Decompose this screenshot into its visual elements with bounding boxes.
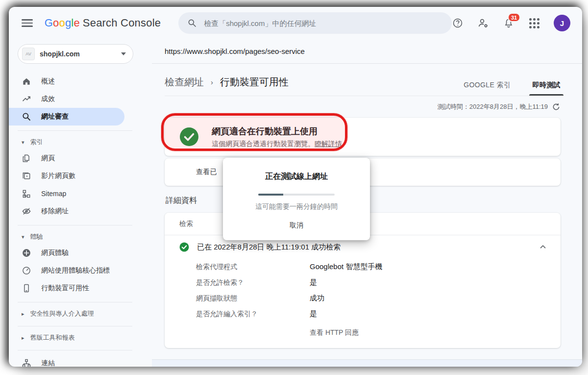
section-label: 索引 [30,138,43,147]
avatar[interactable]: J [554,15,570,31]
sidebar-item-label: Sitemap [41,190,66,198]
tab-google-index[interactable]: GOOGLE 索引 [464,81,511,96]
sidebar-item-sitemaps[interactable]: Sitemap [9,185,124,202]
home-icon [22,76,31,86]
sidebar-item-page-experience[interactable]: 網頁體驗 [9,244,124,262]
triangle-right-icon: ▸ [22,311,24,317]
app-window: GoogleSearch Console 31 J [9,7,582,367]
crawl-row: 是否允許檢索？ 是 [165,275,561,290]
sidebar-item-overview[interactable]: 概述 [9,73,124,90]
breadcrumb-separator-icon: › [211,78,213,86]
property-selector[interactable]: AV shopjkl.com [18,44,133,64]
section-security[interactable]: ▸ 安全性與專人介入處理 [9,306,152,321]
sidebar-item-label: 概述 [41,77,55,86]
row-label: 網頁擷取狀態 [196,293,310,303]
footer-strip [152,359,582,367]
sidebar-item-pages[interactable]: 網頁 [9,150,124,167]
sidebar: AV shopjkl.com 概述 成效 網址審查 [9,39,152,367]
divider [18,326,132,326]
section-label: 體驗 [30,232,43,241]
section-legacy-tools[interactable]: ▸ 舊版工具和報表 [9,330,152,345]
sidebar-item-core-web-vitals[interactable]: 網站使用體驗核心指標 [9,262,124,279]
top-bar: GoogleSearch Console 31 J [9,7,582,39]
sidebar-item-mobile-usability[interactable]: 行動裝置可用性 [9,279,124,297]
divider [18,350,132,350]
app-logo: GoogleSearch Console [45,17,161,29]
row-label: 是否允許檢索？ [196,277,310,288]
video-pages-icon [22,171,31,181]
test-time-text: 測試時間：2022年8月28日，晚上11:19 [438,102,548,111]
property-name: shopjkl.com [40,50,121,58]
row-value: 是 [310,277,317,288]
section-label: 安全性與專人介入處理 [30,309,94,318]
view-http-response-link[interactable]: 查看 HTTP 回應 [310,328,359,337]
section-index[interactable]: ▾ 索引 [9,135,152,150]
view-tested-page-button[interactable]: 查看已 [196,168,217,176]
row-value: Googlebot 智慧型手機 [310,261,382,272]
sidebar-item-label: 行動裝置可用性 [41,284,89,293]
search-icon [187,18,197,28]
sidebar-item-label: 網頁體驗 [41,249,69,257]
success-check-icon [179,127,199,147]
page-experience-icon [22,248,31,258]
tab-bar: GOOGLE 索引 即時測試 [464,81,561,96]
help-icon[interactable] [452,17,464,29]
crawl-row: 檢索代理程式 Googlebot 智慧型手機 [165,259,561,275]
notifications-bell-icon[interactable]: 31 [503,17,514,29]
success-check-icon [179,242,189,252]
search-input[interactable] [204,19,443,27]
user-settings-icon[interactable] [477,17,489,29]
sidebar-item-label: 網頁 [41,154,55,163]
sidebar-item-removals[interactable]: 移除網址 [9,202,124,220]
section-experience[interactable]: ▾ 體驗 [9,229,152,244]
breadcrumb-parent[interactable]: 檢查網址 [165,75,204,89]
sidebar-item-label: 影片網頁數 [41,172,75,180]
smartphone-icon [22,283,31,293]
speedometer-icon [22,266,31,275]
property-favicon: AV [22,48,35,60]
crawl-row: 網頁擷取狀態 成功 [165,290,561,306]
verdict-banner: 網頁適合在行動裝置上使用 這個網頁適合透過行動裝置瀏覽。瞭解詳情 [165,118,561,156]
pages-icon [22,153,31,163]
main-pane: https://www.shopjkl.com/pages/seo-servic… [152,39,582,367]
divider [18,130,132,131]
learn-more-link[interactable]: 瞭解詳情 [315,140,342,148]
google-logo: Google [45,17,80,29]
sidebar-item-links[interactable]: 連結 [9,354,124,367]
chevron-down-icon [121,52,126,55]
sidebar-item-label: 成效 [41,95,55,103]
triangle-down-icon: ▾ [22,139,24,146]
inspected-url: https://www.shopjkl.com/pages/seo-servic… [152,39,582,64]
sidebar-item-video-pages[interactable]: 影片網頁數 [9,167,124,185]
verdict-subtitle: 這個網頁適合透過行動裝置瀏覽。 [212,140,315,148]
row-label: 是否允許編入索引？ [196,308,310,319]
notification-count-badge: 31 [508,13,520,22]
content-area: 檢查網址 › 行動裝置可用性 GOOGLE 索引 即時測試 測試時間：2022年… [152,64,582,359]
crawl-status-text: 已在 2022年8月28日 晚上11:19:01 成功檢索 [197,243,538,252]
verdict-title: 網頁適合在行動裝置上使用 [212,125,342,137]
dialog-note: 這可能需要一兩分鐘的時間 [255,202,338,211]
divider [18,302,132,302]
progress-bar [258,194,335,196]
breadcrumb-current: 行動裝置可用性 [220,75,289,89]
triangle-right-icon: ▸ [22,335,24,341]
sidebar-item-url-inspection[interactable]: 網址審查 [9,108,124,125]
divider [18,225,132,225]
sidebar-item-performance[interactable]: 成效 [9,90,124,108]
row-label: 檢索代理程式 [196,261,310,272]
cancel-button[interactable]: 取消 [290,221,303,230]
menu-icon[interactable] [22,17,33,29]
apps-grid-icon[interactable] [528,17,540,29]
links-icon [22,358,31,367]
triangle-down-icon: ▾ [22,234,24,240]
url-inspect-searchbar[interactable] [178,12,452,34]
refresh-icon[interactable] [552,102,561,111]
sitemap-icon [22,189,31,199]
magnifier-icon [22,112,31,122]
sidebar-item-label: 移除網址 [41,207,69,216]
section-label: 舊版工具和報表 [30,333,75,342]
chevron-up-icon[interactable] [538,242,548,252]
tab-live-test[interactable]: 即時測試 [532,81,561,96]
sidebar-item-label: 連結 [41,359,55,367]
breadcrumb: 檢查網址 › 行動裝置可用性 [165,75,289,96]
